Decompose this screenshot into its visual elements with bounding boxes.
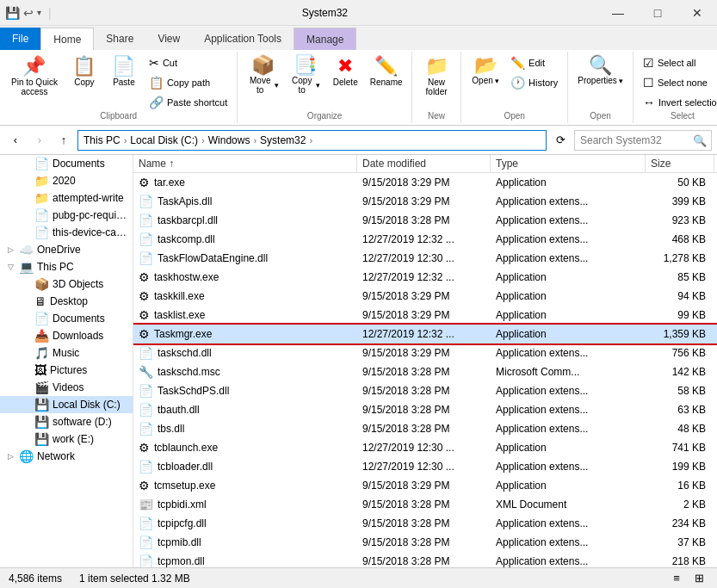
table-row[interactable]: ⚙tasklist.exe9/15/2018 3:29 PMApplicatio… — [133, 306, 717, 325]
table-row[interactable]: 📄tbs.dll9/15/2018 3:28 PMApplication ext… — [133, 419, 717, 438]
invert-selection-button[interactable]: ↔ Invert selection — [639, 93, 717, 112]
table-row[interactable]: 📄tcbloader.dll12/27/2019 12:30 ...Applic… — [133, 457, 717, 476]
pictures-icon: 🖼 — [34, 363, 46, 377]
file-icon: ⚙ — [139, 176, 150, 189]
tab-home[interactable]: Home — [40, 28, 94, 50]
sidebar-item-music[interactable]: 🎵 Music — [0, 344, 133, 362]
copy-path-icon: 📋 — [149, 76, 164, 90]
path-system32[interactable]: System32 — [260, 134, 306, 146]
sidebar-item-desktop[interactable]: 🖥 Desktop — [0, 293, 133, 310]
col-header-modified[interactable]: Date modified — [357, 155, 491, 172]
tab-apptools[interactable]: Application Tools — [192, 28, 294, 50]
properties-button[interactable]: 🔍 Properties ▾ — [573, 53, 627, 88]
file-size: 923 KB — [646, 213, 714, 228]
status-bar: 4,586 items 1 item selected 1.32 MB ≡ ⊞ — [0, 567, 717, 588]
paste-button[interactable]: 📄 Paste — [105, 53, 143, 90]
table-row[interactable]: ⚙tcblaunch.exe12/27/2019 12:30 ...Applic… — [133, 438, 717, 457]
file-size: 2 KB — [646, 497, 714, 512]
quick-dropdown-icon[interactable]: ▾ — [37, 8, 41, 17]
table-row[interactable]: ⚙Taskmgr.exe12/27/2019 12:32 ...Applicat… — [133, 325, 717, 344]
table-row[interactable]: 📄taskbarcpl.dll9/15/2018 3:28 PMApplicat… — [133, 211, 717, 230]
sidebar-item-workdisk[interactable]: 💾 work (E:) — [0, 430, 133, 448]
new-folder-button[interactable]: 📁 Newfolder — [417, 53, 455, 100]
sidebar-item-videos[interactable]: 🎬 Videos — [0, 379, 133, 396]
table-row[interactable]: ⚙tar.exe9/15/2018 3:29 PMApplication50 K… — [133, 173, 717, 192]
file-icon: 📄 — [139, 195, 153, 208]
table-row[interactable]: 📄TaskApis.dll9/15/2018 3:29 PMApplicatio… — [133, 192, 717, 211]
ribbon-group-organize: 📦 Move to ▾ 📑 Copy to ▾ ✖ Delete ✏️ Rena… — [238, 52, 412, 123]
sidebar-item-pubg[interactable]: 📄 pubg-pc-require... — [0, 207, 133, 224]
sidebar-item-softwaredisk[interactable]: 💾 software (D:) — [0, 413, 133, 430]
details-view-button[interactable]: ≡ — [667, 571, 686, 586]
rename-button[interactable]: ✏️ Rename — [366, 53, 406, 90]
table-row[interactable]: ⚙taskkill.exe9/15/2018 3:29 PMApplicatio… — [133, 287, 717, 306]
copy-to-button[interactable]: 📑 Copy to ▾ — [285, 53, 325, 97]
file-list[interactable]: Name ↑ Date modified Type Size ⚙tar.exe9… — [133, 155, 717, 567]
copy-path-button[interactable]: 📋 Copy path — [145, 73, 232, 92]
col-header-size[interactable]: Size — [646, 155, 714, 172]
sidebar-item-thispc[interactable]: ▽ 💻 This PC — [0, 258, 133, 275]
table-row[interactable]: ⚙taskhostw.exe12/27/2019 12:32 ...Applic… — [133, 268, 717, 287]
music-icon: 🎵 — [34, 346, 49, 360]
file-icon: 📄 — [139, 554, 153, 567]
table-row[interactable]: 📄tbauth.dll9/15/2018 3:28 PMApplication … — [133, 400, 717, 419]
open-button[interactable]: 📂 Open ▾ — [467, 53, 504, 88]
file-type: Application — [491, 307, 646, 323]
table-row[interactable]: 📄tcpipcfg.dll9/15/2018 3:28 PMApplicatio… — [133, 514, 717, 533]
tab-share[interactable]: Share — [94, 28, 145, 50]
onedrive-icon: ☁️ — [19, 243, 34, 257]
col-header-name[interactable]: Name ↑ — [133, 155, 357, 172]
maximize-button[interactable]: □ — [638, 0, 677, 26]
sidebar-item-pictures[interactable]: 🖼 Pictures — [0, 362, 133, 379]
table-row[interactable]: 📄tcpmon.dll9/15/2018 3:28 PMApplication … — [133, 552, 717, 567]
file-name: tcblaunch.exe — [154, 442, 218, 454]
paste-shortcut-button[interactable]: 🔗 Paste shortcut — [145, 93, 232, 112]
large-icons-view-button[interactable]: ⊞ — [689, 571, 708, 586]
pin-quickaccess-button[interactable]: 📌 Pin to Quickaccess — [5, 53, 64, 100]
select-none-button[interactable]: ☐ Select none — [639, 73, 717, 92]
table-row[interactable]: 📄taskschd.dll9/15/2018 3:29 PMApplicatio… — [133, 344, 717, 362]
move-to-button[interactable]: 📦 Move to ▾ — [243, 53, 283, 97]
history-button[interactable]: 🕐 History — [506, 73, 562, 92]
quick-save-icon[interactable]: 💾 — [5, 6, 20, 20]
search-input[interactable] — [574, 130, 712, 151]
sidebar-item-3dobjects[interactable]: 📦 3D Objects — [0, 275, 133, 293]
table-row[interactable]: 📄taskcomp.dll12/27/2019 12:32 ...Applica… — [133, 230, 717, 249]
sidebar-item-onedrive[interactable]: ▷ ☁️ OneDrive — [0, 241, 133, 258]
tab-manage[interactable]: Manage — [294, 28, 356, 50]
delete-button[interactable]: ✖ Delete — [326, 53, 364, 90]
file-name-cell: 📄tcpmib.dll — [133, 534, 357, 551]
minimize-button[interactable]: — — [598, 0, 638, 26]
network-icon: 🌐 — [19, 449, 34, 463]
table-row[interactable]: ⚙tcmsetup.exe9/15/2018 3:29 PMApplicatio… — [133, 476, 717, 495]
sidebar-item-downloads[interactable]: 📥 Downloads — [0, 327, 133, 344]
table-row[interactable]: 🔧taskschd.msc9/15/2018 3:28 PMMicrosoft … — [133, 362, 717, 381]
folder-icon: 📁 — [34, 174, 49, 188]
file-name-cell: 🔧taskschd.msc — [133, 363, 357, 381]
table-row[interactable]: 📄tcpmib.dll9/15/2018 3:28 PMApplication … — [133, 533, 717, 552]
quick-undo-icon[interactable]: ↩ — [23, 6, 34, 20]
sidebar-item-attempted[interactable]: 📁 attempted-write — [0, 189, 133, 207]
sidebar-item-device[interactable]: 📄 this-device-cant... — [0, 224, 133, 241]
copy-button[interactable]: 📋 Copy — [65, 53, 103, 90]
refresh-button[interactable]: ⟳ — [550, 130, 571, 151]
tab-file[interactable]: File — [0, 28, 40, 50]
sidebar-item-localdisk[interactable]: 💾 Local Disk (C:) — [0, 396, 133, 413]
table-row[interactable]: 📄TaskFlowDataEngine.dll12/27/2019 12:30 … — [133, 249, 717, 268]
file-size: 85 KB — [646, 269, 714, 285]
file-size: 63 KB — [646, 402, 714, 418]
close-button[interactable]: ✕ — [677, 0, 717, 26]
table-row[interactable]: 📰tcpbidi.xml9/15/2018 3:28 PMXML Documen… — [133, 495, 717, 514]
table-row[interactable]: 📄TaskSchdPS.dll9/15/2018 3:28 PMApplicat… — [133, 381, 717, 400]
sidebar-item-documents2[interactable]: 📄 Documents — [0, 310, 133, 327]
sidebar-item-documents[interactable]: 📄 Documents — [0, 155, 133, 172]
file-name: tbauth.dll — [158, 404, 200, 416]
sidebar-item-network[interactable]: ▷ 🌐 Network — [0, 448, 133, 465]
tab-view[interactable]: View — [145, 28, 192, 50]
cut-button[interactable]: ✂ Cut — [145, 53, 232, 72]
col-header-type[interactable]: Type — [491, 155, 646, 172]
sidebar-item-2020[interactable]: 📁 2020 — [0, 172, 133, 189]
edit-button[interactable]: ✏️ Edit — [506, 53, 562, 72]
file-name-cell: 📄TaskApis.dll — [133, 193, 357, 210]
select-all-button[interactable]: ☑ Select all — [639, 53, 717, 72]
